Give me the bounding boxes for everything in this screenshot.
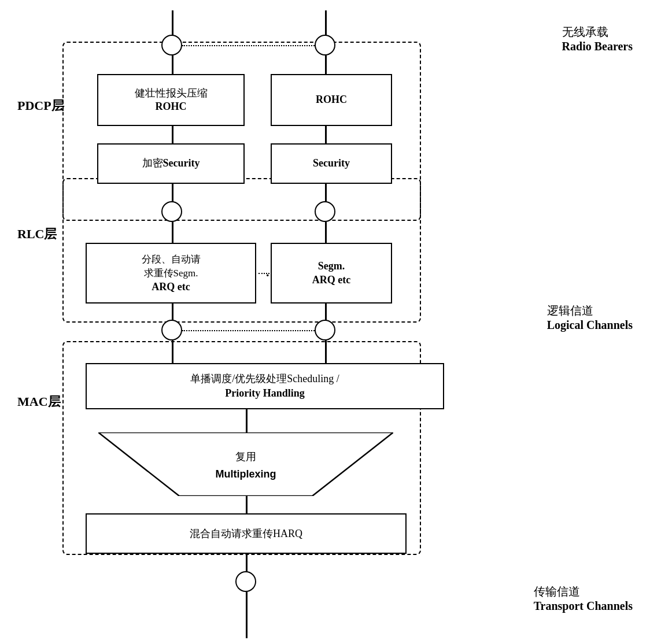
security-left-box: 加密Security [97, 143, 245, 184]
rlc-left-box: 分段、自动请求重传Segm. ARQ etc [86, 243, 256, 304]
circle-logical-left [161, 320, 182, 340]
circle-pdcp-rlc-left [161, 201, 182, 222]
svg-marker-0 [98, 432, 393, 496]
rlc-right-box: Segm. ARQ etc [271, 243, 392, 304]
vline-scheduling-down [246, 409, 248, 434]
vline-logical-down-left [172, 340, 173, 365]
vline-rohc-security-right [325, 126, 327, 145]
vline-transport-down [246, 592, 248, 638]
circle-radio-right [315, 35, 335, 55]
radio-bearers-label: 无线承载 Radio Bearers [562, 24, 633, 53]
rohc-right-box: ROHC [271, 74, 392, 126]
circle-logical-right [315, 320, 335, 340]
security-right-box: Security [271, 143, 392, 184]
vline-mux-down [246, 496, 248, 515]
logical-channels-label: 逻辑信道 Logical Channels [547, 303, 633, 332]
svg-text:复用: 复用 [235, 451, 256, 462]
vline-logical-down-right [325, 340, 327, 365]
hline-radio-dotted [182, 45, 315, 46]
circle-transport [235, 571, 256, 592]
hline-logical-dotted [182, 330, 315, 331]
harq-box: 混合自动请求重传HARQ [86, 513, 407, 554]
circle-pdcp-rlc-right [315, 201, 335, 222]
diagram: PDCP层 RLC层 MAC层 无线承载 Radio Bearers 逻辑信道 … [0, 0, 650, 644]
scheduling-box: 单播调度/优先级处理Scheduling / Priority Handling [86, 363, 444, 409]
rlc-layer-label: RLC层 [17, 225, 57, 243]
rohc-left-box: 健壮性报头压缩 ROHC [97, 74, 245, 126]
multiplexing-trapezoid: 复用 Multiplexing [98, 432, 393, 496]
vline-rlc-top-right [325, 222, 327, 244]
mac-layer-label: MAC层 [17, 393, 61, 410]
pdcp-layer-label: PDCP层 [17, 97, 64, 114]
transport-channels-label: 传输信道 Transport Channels [534, 584, 633, 613]
vline-rlc-top-left [172, 222, 173, 244]
circle-radio-left [161, 35, 182, 55]
svg-text:Multiplexing: Multiplexing [216, 468, 276, 480]
vline-rohc-security-left [172, 126, 173, 145]
